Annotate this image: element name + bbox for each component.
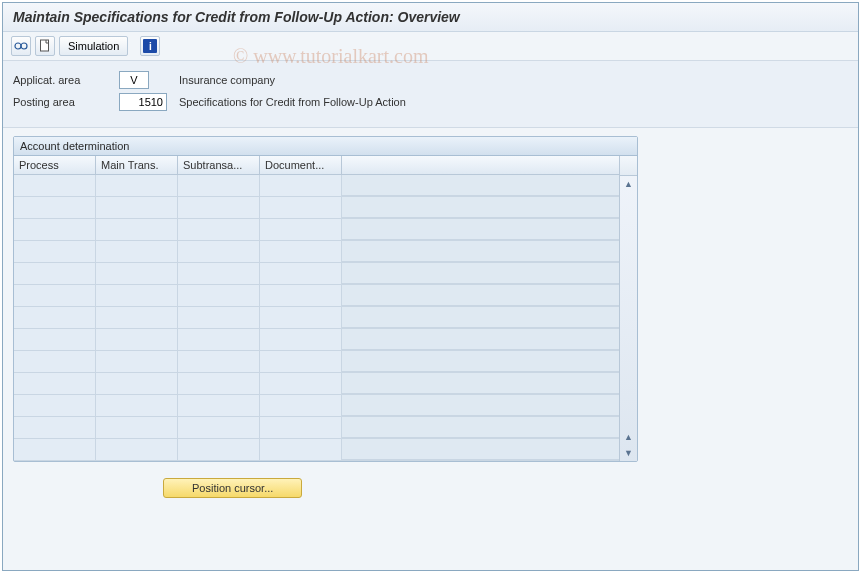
table-row[interactable] xyxy=(14,219,619,241)
table-cell[interactable] xyxy=(178,417,260,438)
row-gap xyxy=(342,285,619,306)
table-cell[interactable] xyxy=(14,439,96,460)
table-cell[interactable] xyxy=(260,263,342,284)
table-cell[interactable] xyxy=(260,395,342,416)
table-cell[interactable] xyxy=(178,351,260,372)
table-cell[interactable] xyxy=(96,175,178,196)
table-cell[interactable] xyxy=(260,197,342,218)
table-cell[interactable] xyxy=(178,175,260,196)
vertical-scrollbar[interactable]: ▲ ▲ ▼ xyxy=(619,156,637,461)
row-gap xyxy=(342,329,619,350)
table-cell[interactable] xyxy=(260,351,342,372)
table-cell[interactable] xyxy=(14,417,96,438)
table-cell[interactable] xyxy=(96,285,178,306)
table-cell[interactable] xyxy=(178,373,260,394)
table-row[interactable] xyxy=(14,329,619,351)
table-cell[interactable] xyxy=(14,373,96,394)
row-gap xyxy=(342,219,619,240)
table-cell[interactable] xyxy=(96,219,178,240)
table-cell[interactable] xyxy=(260,373,342,394)
table-cell[interactable] xyxy=(178,197,260,218)
posting-area-desc: Specifications for Credit from Follow-Up… xyxy=(179,96,406,108)
table-cell[interactable] xyxy=(96,307,178,328)
table-cell[interactable] xyxy=(178,329,260,350)
table-cell[interactable] xyxy=(96,329,178,350)
account-determination-panel: Account determination Process Main Trans… xyxy=(13,136,638,462)
table-cell[interactable] xyxy=(14,351,96,372)
grid-header-row: Process Main Trans. Subtransa... Documen… xyxy=(14,156,619,175)
row-gap xyxy=(342,263,619,284)
info-icon: i xyxy=(143,39,157,53)
table-row[interactable] xyxy=(14,263,619,285)
table-cell[interactable] xyxy=(96,373,178,394)
col-subtransa[interactable]: Subtransa... xyxy=(178,156,260,174)
table-cell[interactable] xyxy=(96,439,178,460)
table-cell[interactable] xyxy=(14,307,96,328)
table-row[interactable] xyxy=(14,351,619,373)
page-title: Maintain Specifications for Credit from … xyxy=(3,3,858,32)
scroll-track[interactable] xyxy=(620,192,637,429)
table-cell[interactable] xyxy=(260,175,342,196)
col-process[interactable]: Process xyxy=(14,156,96,174)
table-cell[interactable] xyxy=(14,263,96,284)
table-cell[interactable] xyxy=(178,307,260,328)
scroll-up2-icon[interactable]: ▲ xyxy=(620,429,637,445)
scroll-down-icon[interactable]: ▼ xyxy=(620,445,637,461)
posting-area-label: Posting area xyxy=(13,96,113,108)
toolbar: Simulation i xyxy=(3,32,858,61)
table-row[interactable] xyxy=(14,373,619,395)
table-cell[interactable] xyxy=(178,285,260,306)
applicat-area-input[interactable] xyxy=(119,71,149,89)
table-cell[interactable] xyxy=(260,439,342,460)
table-cell[interactable] xyxy=(14,241,96,262)
table-cell[interactable] xyxy=(96,395,178,416)
table-cell[interactable] xyxy=(96,197,178,218)
table-cell[interactable] xyxy=(14,219,96,240)
table-cell[interactable] xyxy=(260,241,342,262)
table-row[interactable] xyxy=(14,307,619,329)
table-cell[interactable] xyxy=(14,175,96,196)
table-cell[interactable] xyxy=(260,285,342,306)
col-document[interactable]: Document... xyxy=(260,156,342,174)
table-cell[interactable] xyxy=(14,285,96,306)
col-main-trans[interactable]: Main Trans. xyxy=(96,156,178,174)
scroll-up-icon[interactable]: ▲ xyxy=(620,176,637,192)
table-cell[interactable] xyxy=(178,219,260,240)
table-cell[interactable] xyxy=(96,263,178,284)
grid: Process Main Trans. Subtransa... Documen… xyxy=(14,156,619,461)
posting-area-input[interactable] xyxy=(119,93,167,111)
table-row[interactable] xyxy=(14,175,619,197)
info-button[interactable]: i xyxy=(140,36,160,56)
table-cell[interactable] xyxy=(14,197,96,218)
simulation-label: Simulation xyxy=(68,40,119,52)
simulation-button[interactable]: Simulation xyxy=(59,36,128,56)
row-gap xyxy=(342,351,619,372)
table-row[interactable] xyxy=(14,197,619,219)
table-cell[interactable] xyxy=(96,417,178,438)
table-cell[interactable] xyxy=(178,439,260,460)
table-cell[interactable] xyxy=(96,241,178,262)
table-cell[interactable] xyxy=(178,241,260,262)
table-row[interactable] xyxy=(14,417,619,439)
svg-point-0 xyxy=(15,43,21,49)
table-cell[interactable] xyxy=(260,219,342,240)
glasses-icon[interactable] xyxy=(11,36,31,56)
table-cell[interactable] xyxy=(260,329,342,350)
table-row[interactable] xyxy=(14,395,619,417)
new-document-icon[interactable] xyxy=(35,36,55,56)
table-row[interactable] xyxy=(14,285,619,307)
svg-point-1 xyxy=(21,43,27,49)
table-cell[interactable] xyxy=(260,417,342,438)
position-cursor-button[interactable]: Position cursor... xyxy=(163,478,302,498)
scroll-top-box[interactable] xyxy=(620,156,637,176)
table-cell[interactable] xyxy=(178,395,260,416)
row-gap xyxy=(342,307,619,328)
table-cell[interactable] xyxy=(14,395,96,416)
row-gap xyxy=(342,439,619,460)
table-cell[interactable] xyxy=(178,263,260,284)
table-cell[interactable] xyxy=(96,351,178,372)
table-row[interactable] xyxy=(14,439,619,461)
table-row[interactable] xyxy=(14,241,619,263)
table-cell[interactable] xyxy=(14,329,96,350)
table-cell[interactable] xyxy=(260,307,342,328)
